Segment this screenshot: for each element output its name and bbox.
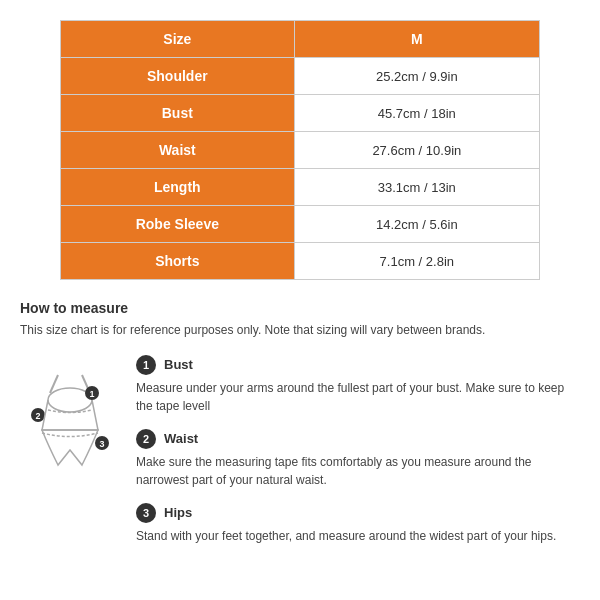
measure-description: Make sure the measuring tape fits comfor…: [136, 453, 580, 489]
measure-label: Waist: [164, 431, 198, 446]
table-row: Bust 45.7cm / 18in: [61, 95, 540, 132]
table-row: Shoulder 25.2cm / 9.9in: [61, 58, 540, 95]
measure-label: Bust: [164, 357, 193, 372]
measure-item: 1 Bust Measure under your arms around th…: [136, 355, 580, 415]
size-value-header: M: [294, 21, 539, 58]
how-to-title: How to measure: [20, 300, 580, 316]
measurements-list: 1 Bust Measure under your arms around th…: [136, 355, 580, 559]
row-label: Length: [61, 169, 295, 206]
measure-description: Measure under your arms around the fulle…: [136, 379, 580, 415]
measure-number: 2: [136, 429, 156, 449]
size-header: Size: [61, 21, 295, 58]
measure-number: 3: [136, 503, 156, 523]
how-to-description: This size chart is for reference purpose…: [20, 322, 580, 339]
table-row: Waist 27.6cm / 10.9in: [61, 132, 540, 169]
measure-title: 2 Waist: [136, 429, 580, 449]
row-label: Robe Sleeve: [61, 206, 295, 243]
row-value: 25.2cm / 9.9in: [294, 58, 539, 95]
svg-text:1: 1: [89, 389, 94, 399]
table-row: Robe Sleeve 14.2cm / 5.6in: [61, 206, 540, 243]
measure-item: 2 Waist Make sure the measuring tape fit…: [136, 429, 580, 489]
measure-title: 1 Bust: [136, 355, 580, 375]
measure-label: Hips: [164, 505, 192, 520]
row-label: Waist: [61, 132, 295, 169]
table-row: Shorts 7.1cm / 2.8in: [61, 243, 540, 280]
measure-title: 3 Hips: [136, 503, 580, 523]
measure-item: 3 Hips Stand with your feet together, an…: [136, 503, 580, 545]
row-value: 33.1cm / 13in: [294, 169, 539, 206]
body-diagram: 1 2 3: [20, 355, 120, 518]
row-value: 27.6cm / 10.9in: [294, 132, 539, 169]
svg-text:2: 2: [35, 411, 40, 421]
table-row: Length 33.1cm / 13in: [61, 169, 540, 206]
row-label: Shorts: [61, 243, 295, 280]
measure-description: Stand with your feet together, and measu…: [136, 527, 580, 545]
how-to-section: How to measure This size chart is for re…: [20, 300, 580, 559]
row-label: Shoulder: [61, 58, 295, 95]
row-value: 14.2cm / 5.6in: [294, 206, 539, 243]
row-value: 7.1cm / 2.8in: [294, 243, 539, 280]
svg-text:3: 3: [99, 439, 104, 449]
size-chart-table: Size M Shoulder 25.2cm / 9.9in Bust 45.7…: [60, 20, 540, 280]
row-value: 45.7cm / 18in: [294, 95, 539, 132]
row-label: Bust: [61, 95, 295, 132]
measure-number: 1: [136, 355, 156, 375]
